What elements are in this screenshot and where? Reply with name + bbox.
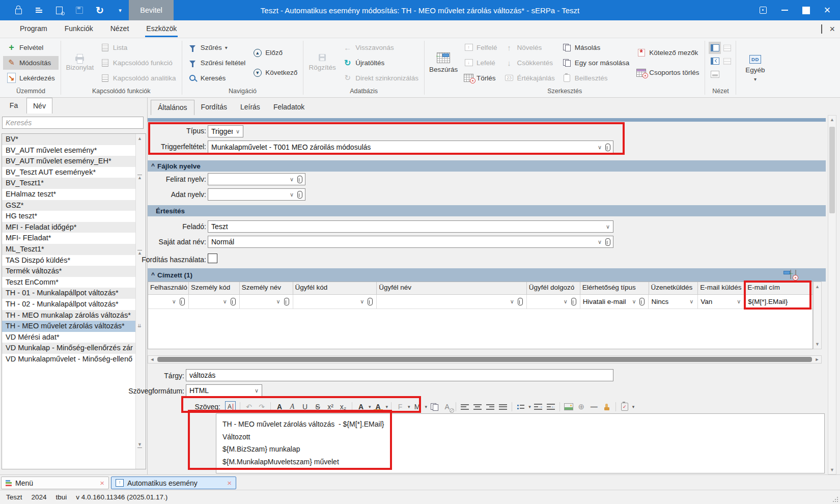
cell-szemely-kod[interactable]: ∨ (189, 295, 240, 309)
paperclip-icon[interactable] (368, 298, 373, 305)
combo-arrow-icon[interactable]: ∨ (595, 239, 605, 245)
mode-tab-bevitel[interactable]: Bevitel (129, 0, 174, 20)
list-item[interactable]: TAS Diszpó küldés* (2, 255, 146, 266)
adat-nyelv-combo[interactable]: ∨ (208, 188, 305, 201)
lock-icon[interactable] (13, 5, 23, 15)
tree-move-up-button[interactable] (721, 42, 733, 54)
scroll-up-icon[interactable]: ▲ (137, 136, 142, 141)
paperclip-icon[interactable] (297, 191, 302, 199)
superscript-button[interactable]: x² (325, 401, 336, 413)
sajat-adat-nev-combo[interactable]: Normál ∨ (208, 236, 613, 248)
table-row[interactable]: ∨ ∨ ∨ ∨ ∨ ∨ Hivatali e-mail∨ Nincs∨ Van∨… (148, 295, 813, 309)
masolas-button[interactable]: Másolás (558, 41, 633, 54)
triggerfeltetel-combo[interactable]: Munkalapművelet - T001 MEO zároilás módo… (208, 141, 613, 154)
strikethrough-button[interactable]: S (312, 401, 323, 413)
szuresi-feltetel-button[interactable]: Szűrési feltétel (184, 56, 249, 70)
szures-button[interactable]: Szűrés▾ (184, 41, 249, 54)
tab-fa[interactable]: Fa (1, 98, 26, 114)
redo-button[interactable]: ↷ (256, 401, 267, 413)
grid-delete-row-button[interactable]: × (795, 270, 796, 278)
view-layout-bottom-button[interactable] (709, 68, 721, 80)
close-tab-icon[interactable]: × (100, 479, 104, 487)
close-button[interactable]: × (817, 0, 838, 20)
cell-felhasznalo[interactable]: ∨ (148, 295, 189, 309)
font-color-caret-icon[interactable]: ▾ (369, 404, 371, 409)
minimize-button[interactable] (774, 0, 795, 20)
scroll-up-icon[interactable]: ▲ (828, 117, 836, 122)
combo-arrow-icon[interactable]: ∨ (233, 128, 243, 135)
lekerdezes-button[interactable]: ↘Lekérdezés (3, 71, 59, 85)
combo-arrow-icon[interactable]: ∨ (561, 298, 571, 305)
scroll-down-icon[interactable]: ▼ (828, 467, 836, 472)
merge-field-button[interactable]: M (412, 401, 423, 413)
collapsed-section-band[interactable] (148, 118, 826, 122)
grid-insert-row-button[interactable]: ← (790, 270, 791, 278)
font-name-button[interactable]: A (224, 401, 237, 413)
maximize-button[interactable] (795, 0, 817, 20)
csokkentes-button[interactable]: ↓Csökkentés (501, 56, 558, 70)
rogzites-button[interactable]: Rögzítés (305, 39, 339, 86)
clear-format-button[interactable]: A (441, 401, 453, 413)
kapcsolodo-analitika-button[interactable]: Kapcsolódó analitika (97, 71, 180, 85)
search-input[interactable] (2, 117, 144, 129)
section-cimzett[interactable]: ^ Címzett (1) (148, 268, 826, 282)
scroll-marker-icon[interactable]: ▲ (137, 175, 142, 180)
align-center-button[interactable] (472, 401, 483, 413)
scroll-down-icon[interactable]: ▼ (814, 342, 821, 347)
collapse-icon[interactable]: ^ (151, 271, 155, 278)
tab-forditas[interactable]: Fordítás (194, 100, 234, 115)
ertekajanlas-button[interactable]: 23Értékajánlás (501, 71, 558, 85)
modositas-button[interactable]: ✎Módosítás (3, 56, 59, 70)
list-item[interactable]: MFI - Feladat időgép* (2, 222, 146, 233)
column-header[interactable]: E-mail cím (745, 282, 813, 294)
kovetkezo-button[interactable]: ▼Következő (249, 66, 301, 79)
felado-combo[interactable]: Teszt ∨ (208, 220, 613, 233)
egyeb-button[interactable]: DD Egyéb ▾ (738, 39, 772, 97)
column-header[interactable]: Felhasználó (148, 282, 189, 294)
paperclip-icon[interactable] (231, 298, 236, 305)
forditas-hasznalata-checkbox[interactable] (208, 254, 217, 263)
torles-button[interactable]: ×Törlés (460, 71, 501, 85)
elozo-button[interactable]: ▲Előző (249, 46, 301, 60)
combo-arrow-icon[interactable]: ∨ (686, 298, 696, 305)
italic-button[interactable]: A (287, 401, 298, 413)
column-header[interactable]: Ügyfél kód (293, 282, 377, 294)
paste-special-caret-icon[interactable]: ▾ (632, 404, 635, 409)
combo-arrow-icon[interactable]: ∨ (220, 298, 230, 305)
bold-button[interactable]: A (274, 401, 285, 413)
insert-image-button[interactable] (563, 401, 574, 413)
list-item[interactable]: BV_Teszt AUT események* (2, 167, 146, 178)
screenshot-button[interactable] (752, 0, 774, 20)
tab-altalanos[interactable]: Általános (151, 100, 194, 115)
tree-move-down-button[interactable] (721, 55, 733, 67)
list-item[interactable]: TH - 02 - Munkalapállpot változás* (2, 299, 146, 310)
scroll-up-icon[interactable]: ▲ (814, 284, 821, 289)
menu-program[interactable]: Program (11, 20, 56, 38)
list-item[interactable]: EHalmaz teszt* (2, 189, 146, 200)
section-ertesites[interactable]: Értesítés (148, 205, 826, 216)
paperclip-icon[interactable] (639, 298, 645, 305)
lefele-button[interactable]: ↓Lefelé (460, 56, 501, 70)
scroll-marker-icon[interactable]: ▼ (137, 442, 142, 448)
close-tab-icon[interactable]: × (227, 479, 232, 487)
cell-ugyfel-dolgozo[interactable]: ∨ (527, 295, 580, 309)
egy-sor-masolasa-button[interactable]: Egy sor másolása (558, 56, 633, 70)
combo-arrow-icon[interactable]: ∨ (273, 298, 284, 305)
collapse-icon[interactable]: ^ (151, 162, 155, 170)
menu-nezet[interactable]: Nézet (102, 20, 138, 38)
tab-automatikus-esemeny[interactable]: ↑ Automatikus esemény × (111, 477, 236, 489)
section-fajlok-nyelve[interactable]: ^ Fájlok nyelve (148, 160, 826, 172)
highlight-color-button[interactable]: A (373, 401, 384, 413)
kapcsolodo-funkcio-button[interactable]: Kapcsolódó funkció (97, 56, 180, 70)
combo-arrow-icon[interactable]: ∨ (595, 144, 605, 151)
table-horizontal-scrollbar[interactable]: ◄ ► (148, 355, 822, 363)
underline-button[interactable]: U (299, 401, 311, 413)
list-item[interactable]: BV_AUT művelet esemény_EH* (2, 156, 146, 167)
kotelezo-mezok-button[interactable]: *Kötelező mezők (633, 46, 703, 60)
cell-uzenetkuldes[interactable]: Nincs∨ (649, 295, 698, 309)
scroll-marker-icon[interactable]: ▲ (137, 250, 142, 256)
visszavonas-button[interactable]: ←Visszavonás (339, 41, 422, 54)
felirat-nyelv-combo[interactable]: ∨ (208, 173, 305, 185)
combo-arrow-icon[interactable]: ∨ (734, 298, 744, 305)
cell-szemely-nev[interactable]: ∨ (240, 295, 293, 309)
